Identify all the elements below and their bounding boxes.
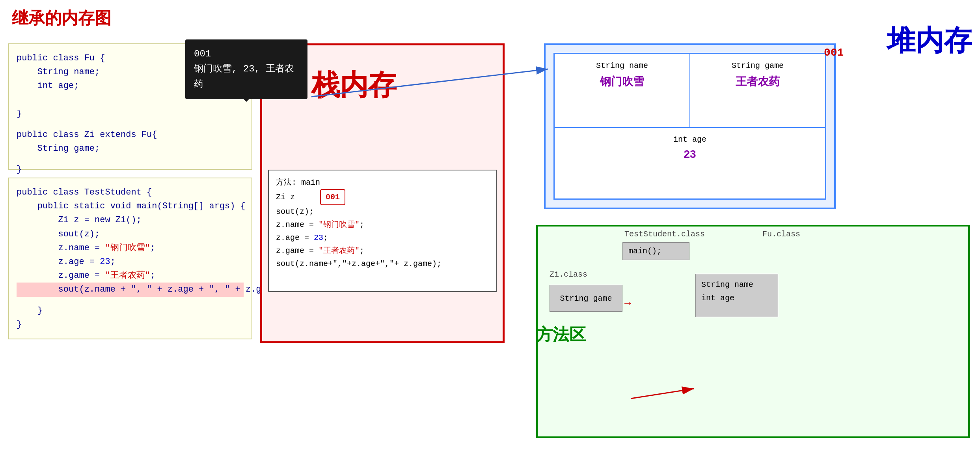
stack-sout-all: sout(z.name+","+z.age+","+ z.game);	[276, 257, 489, 270]
string-game-box: String game	[550, 285, 622, 312]
heap-game-value: 王者农药	[697, 74, 819, 89]
int-age-text: int age	[701, 294, 734, 303]
heap-id: 001	[824, 47, 844, 59]
code-line-2: String name;	[17, 67, 100, 77]
stack-method-label: 方法: main	[276, 176, 489, 189]
heap-age-label: int age	[561, 135, 819, 144]
code-line-5: }	[17, 109, 22, 119]
stack-zi-z: Zi z 001	[276, 189, 489, 205]
zi-class-label: Zi.class	[550, 270, 587, 279]
heap-label: 堆内存	[887, 22, 972, 60]
string-name-text: String name	[701, 280, 753, 289]
code-line-b6: z.age = 23;	[17, 257, 116, 267]
stack-inner-content: 方法: main Zi z 001 sout(z); z.name = "钢门吹…	[268, 170, 497, 292]
code-line-b4: sout(z);	[17, 229, 100, 239]
code-line-b10: }	[17, 320, 22, 329]
heap-game-label: String game	[697, 61, 819, 70]
method-area-label: 方法区	[536, 324, 586, 346]
heap-cell-name: String name 钢门吹雪	[554, 54, 690, 127]
heap-cell-age: int age 23	[554, 127, 825, 199]
heap-name-value: 钢门吹雪	[561, 74, 683, 89]
heap-cell-game: String game 王者农药	[690, 54, 825, 127]
heap-name-label: String name	[561, 61, 683, 70]
heap-memory-area: String name 钢门吹雪 String game 王者农药 int ag…	[544, 43, 836, 209]
code-line-b3: Zi z = new Zi();	[17, 215, 142, 225]
page-title: 继承的内存图	[12, 7, 111, 29]
heap-grid: String name 钢门吹雪 String game 王者农药 int ag…	[553, 53, 826, 200]
code-line-b9: }	[17, 306, 43, 316]
method-memory-area: TestStudent.class main(); Fu.class Zi.cl…	[536, 225, 970, 438]
main-method-box: main();	[622, 242, 689, 260]
stack-name-assign: z.name = "钢门吹雪";	[276, 218, 489, 231]
code-line-8: }	[17, 165, 22, 174]
code-line-b8: sout(z.name + ", " + z.age + ", " + z.ga…	[17, 283, 244, 296]
string-name-int-age-box: String name int age	[695, 274, 778, 317]
code-line-b1: public class TestStudent {	[17, 187, 152, 197]
code-line-6: public class Zi extends Fu{	[17, 130, 157, 140]
code-line-4	[17, 95, 22, 105]
stack-sout-z: sout(z);	[276, 205, 489, 218]
stack-age-assign: z.age = 23;	[276, 231, 489, 244]
stack-address-badge: 001	[320, 189, 345, 205]
code-line-b5: z.name = "钢门吹雪";	[17, 243, 155, 253]
stack-label: 栈内存	[311, 66, 397, 104]
code-line-b7: z.game = "王者农药";	[17, 271, 155, 281]
code-line-1: public class Fu {	[17, 53, 105, 63]
fu-class-label: Fu.class	[762, 230, 800, 239]
code-line-7: String game;	[17, 144, 100, 153]
tooltip-line1: 001	[194, 47, 299, 62]
heap-age-value: 23	[561, 148, 819, 161]
stack-game-assign: z.game = "王者农药";	[276, 244, 489, 257]
code-line-b2: public static void main(String[] args) {	[17, 201, 246, 211]
code-line-3: int age;	[17, 81, 79, 91]
code-panel-main: public class TestStudent { public static…	[8, 178, 252, 339]
tooltip-popup: 001 钢门吹雪, 23, 王者农药	[185, 39, 307, 99]
tooltip-line2: 钢门吹雪, 23, 王者农药	[194, 62, 299, 92]
teststudent-class-label: TestStudent.class	[624, 230, 705, 239]
